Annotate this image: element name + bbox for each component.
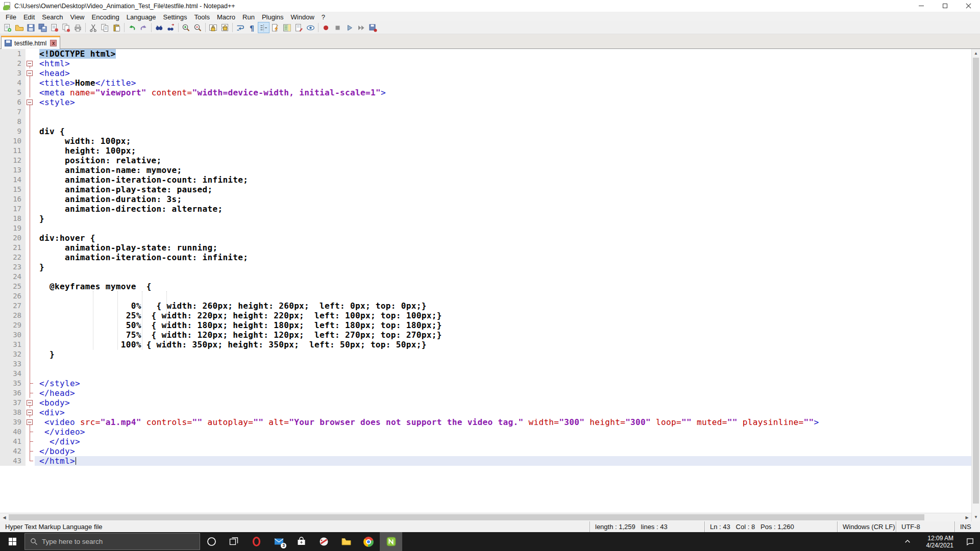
code-text[interactable]: <meta name="viewport" content="width=dev… bbox=[35, 88, 971, 97]
code-text[interactable]: position: relative; bbox=[35, 156, 971, 165]
action-center-button[interactable] bbox=[960, 537, 980, 546]
code-text[interactable]: div { bbox=[35, 127, 971, 136]
close-all-icon[interactable] bbox=[60, 22, 72, 33]
sync-scroll-horizontal-icon[interactable] bbox=[219, 22, 231, 33]
vertical-scroll-thumb[interactable] bbox=[973, 58, 979, 504]
line-number[interactable]: 9 bbox=[0, 127, 26, 136]
notepad-plus-plus-taskbar-icon[interactable] bbox=[380, 532, 402, 551]
line-number[interactable]: 2 bbox=[0, 59, 26, 68]
horizontal-scrollbar[interactable]: ◀ ▶ bbox=[0, 513, 971, 521]
zoom-out-icon[interactable] bbox=[192, 22, 204, 33]
code-text[interactable]: animation-play-state: running; bbox=[35, 243, 971, 253]
line-number[interactable]: 22 bbox=[0, 253, 26, 262]
code-text[interactable]: } bbox=[35, 214, 971, 223]
start-button[interactable] bbox=[0, 532, 24, 551]
line-number[interactable]: 24 bbox=[0, 272, 26, 282]
code-text[interactable]: 100% { width: 350px; height: 350px; left… bbox=[35, 340, 971, 349]
cut-icon[interactable] bbox=[87, 22, 99, 33]
code-text[interactable]: animation-play-state: paused; bbox=[35, 185, 971, 194]
line-number[interactable]: 28 bbox=[0, 311, 26, 320]
line-number[interactable]: 41 bbox=[0, 437, 26, 446]
line-number[interactable]: 20 bbox=[0, 233, 26, 243]
line-number[interactable]: 37 bbox=[0, 398, 26, 408]
menu-item-language[interactable]: Language bbox=[123, 12, 160, 21]
function-list-icon[interactable] bbox=[270, 22, 281, 33]
sync-scroll-vertical-icon[interactable] bbox=[207, 22, 219, 33]
line-number[interactable]: 14 bbox=[0, 175, 26, 185]
code-text[interactable]: </body> bbox=[35, 446, 971, 456]
save-file-icon[interactable] bbox=[25, 22, 37, 33]
line-number[interactable]: 17 bbox=[0, 204, 26, 214]
menu-item-run[interactable]: Run bbox=[239, 12, 258, 21]
code-text[interactable]: animation-name: mymove; bbox=[35, 165, 971, 175]
menu-item-edit[interactable]: Edit bbox=[20, 12, 38, 21]
taskbar-search[interactable] bbox=[24, 533, 200, 550]
code-text[interactable] bbox=[35, 117, 971, 127]
open-file-icon[interactable] bbox=[13, 22, 25, 33]
zoom-in-icon[interactable] bbox=[180, 22, 192, 33]
line-number[interactable]: 4 bbox=[0, 78, 26, 88]
line-number[interactable]: 10 bbox=[0, 136, 26, 146]
code-text[interactable]: <title>Home</title> bbox=[35, 78, 971, 88]
close-file-icon[interactable] bbox=[48, 22, 60, 33]
redo-icon[interactable] bbox=[138, 22, 150, 33]
code-text[interactable]: } bbox=[35, 262, 971, 272]
snipping-tool-taskbar-icon[interactable] bbox=[312, 532, 335, 551]
line-number[interactable]: 23 bbox=[0, 262, 26, 272]
code-text[interactable]: <video src="a1.mp4" controls="" autoplay… bbox=[35, 417, 971, 427]
line-number[interactable]: 35 bbox=[0, 379, 26, 388]
line-number[interactable]: 31 bbox=[0, 340, 26, 349]
line-number[interactable]: 26 bbox=[0, 291, 26, 301]
line-number[interactable]: 7 bbox=[0, 107, 26, 117]
code-text[interactable]: height: 100px; bbox=[35, 146, 971, 156]
line-number[interactable]: 15 bbox=[0, 185, 26, 194]
new-file-icon[interactable] bbox=[2, 22, 13, 33]
menu-item-help[interactable]: ? bbox=[318, 12, 329, 21]
vertical-scrollbar[interactable]: ▲ ▼ bbox=[971, 49, 980, 521]
line-number[interactable]: 30 bbox=[0, 330, 26, 340]
minimize-button[interactable] bbox=[910, 0, 933, 12]
menu-item-tools[interactable]: Tools bbox=[191, 12, 213, 21]
replace-icon[interactable] bbox=[165, 22, 177, 33]
copy-icon[interactable] bbox=[99, 22, 111, 33]
macro-play-icon[interactable] bbox=[344, 22, 355, 33]
line-number[interactable]: 3 bbox=[0, 68, 26, 78]
tab-close-icon[interactable]: x bbox=[50, 40, 57, 46]
monitoring-icon[interactable] bbox=[305, 22, 316, 33]
line-number[interactable]: 5 bbox=[0, 88, 26, 97]
print-icon[interactable] bbox=[72, 22, 84, 33]
show-all-characters-icon[interactable]: ¶ bbox=[246, 22, 258, 33]
line-number[interactable]: 29 bbox=[0, 320, 26, 330]
line-number[interactable]: 19 bbox=[0, 223, 26, 233]
code-text[interactable]: animation-duration: 3s; bbox=[35, 194, 971, 204]
scroll-left-icon[interactable]: ◀ bbox=[0, 513, 9, 521]
code-text[interactable]: @keyframes mymove { bbox=[35, 282, 971, 291]
line-number[interactable]: 36 bbox=[0, 388, 26, 398]
code-text[interactable]: <body> bbox=[35, 398, 971, 408]
cortana-taskbar-icon[interactable] bbox=[200, 532, 223, 551]
code-text[interactable]: animation-iteration-count: infinite; bbox=[35, 253, 971, 262]
menu-item-encoding[interactable]: Encoding bbox=[88, 12, 123, 21]
line-number[interactable]: 21 bbox=[0, 243, 26, 253]
taskbar-clock[interactable]: 12:09 AM 4/24/2021 bbox=[915, 535, 953, 549]
fold-marker[interactable] bbox=[26, 68, 35, 78]
code-text[interactable]: 0% { width: 260px; height: 260px; left: … bbox=[35, 301, 971, 311]
line-number[interactable]: 32 bbox=[0, 349, 26, 359]
code-editor[interactable]: 1<!DOCTYPE html>2<html>3<head>4<title>Ho… bbox=[0, 49, 971, 513]
task-view-taskbar-icon[interactable] bbox=[223, 532, 245, 551]
file-explorer-taskbar-icon[interactable] bbox=[335, 532, 357, 551]
line-number[interactable]: 42 bbox=[0, 446, 26, 456]
menu-item-plugins[interactable]: Plugins bbox=[258, 12, 287, 21]
code-text[interactable]: </div> bbox=[35, 437, 971, 446]
undo-icon[interactable] bbox=[126, 22, 138, 33]
menu-item-view[interactable]: View bbox=[67, 12, 88, 21]
line-number[interactable]: 11 bbox=[0, 146, 26, 156]
fold-marker[interactable] bbox=[26, 417, 35, 427]
line-number[interactable]: 25 bbox=[0, 282, 26, 291]
tab-testfile[interactable]: testfile.html x bbox=[1, 36, 60, 49]
horizontal-scroll-thumb[interactable] bbox=[9, 514, 924, 520]
code-text[interactable] bbox=[35, 272, 971, 282]
line-number[interactable]: 12 bbox=[0, 156, 26, 165]
macro-record-icon[interactable] bbox=[320, 22, 332, 33]
mail-taskbar-icon[interactable]: 3 bbox=[267, 532, 290, 551]
